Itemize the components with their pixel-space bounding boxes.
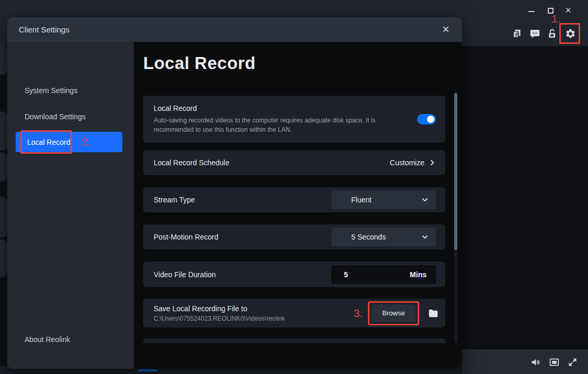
- unlock-icon: [547, 28, 558, 39]
- dropdown-value: Fluent: [351, 196, 421, 204]
- stream-type-dropdown[interactable]: Fluent: [331, 190, 436, 209]
- save-path-value: C:\Users\075524023.REOLINK0\Videos\reoli…: [154, 315, 353, 322]
- setting-row-post-motion: Post-Motion Record 5 Seconds: [143, 224, 445, 250]
- setting-row-schedule[interactable]: Local Record Schedule Customize: [143, 150, 445, 175]
- dialog-title: Client Settings: [19, 25, 70, 34]
- folder-icon: [428, 308, 439, 319]
- fullscreen-icon: [567, 357, 578, 368]
- setting-description: Auto-saving recorded videos to the compu…: [154, 116, 411, 134]
- background-panel: [0, 197, 7, 237]
- minimize-button[interactable]: [525, 3, 538, 16]
- sidebar-item-local-record[interactable]: Local Record 2.: [16, 132, 122, 152]
- fullscreen-button[interactable]: [566, 356, 579, 368]
- page-title: Local Record: [143, 53, 256, 73]
- content-scrollbar[interactable]: [454, 92, 457, 343]
- chevron-right-icon: [429, 159, 436, 166]
- display-button[interactable]: [548, 356, 560, 368]
- toggle-knob: [427, 116, 434, 123]
- annotation-step3: 3.: [353, 307, 363, 320]
- duration-unit: Mins: [410, 270, 426, 279]
- setting-row-save-path: Save Local Recording File to C:\Users\07…: [143, 299, 445, 327]
- annotation-step2: 2.: [82, 135, 91, 148]
- annotation-box-step3: Browse: [368, 301, 419, 325]
- settings-button[interactable]: [564, 27, 577, 40]
- sidebar-item-system-settings[interactable]: System Settings: [25, 86, 77, 95]
- chat-button[interactable]: [528, 27, 541, 40]
- schedule-value[interactable]: Customize: [390, 158, 424, 167]
- close-window-button[interactable]: ×: [561, 4, 575, 16]
- background-panel: [0, 111, 7, 151]
- background-panel: [0, 153, 7, 182]
- dropdown-value: 5 Seconds: [351, 233, 421, 241]
- client-settings-dialog: Client Settings × System Settings Downlo…: [7, 17, 462, 369]
- annotation-step1: 1.: [551, 13, 561, 25]
- setting-row-partial: [143, 338, 445, 343]
- background-panel: [0, 44, 7, 75]
- settings-sidebar: System Settings Download Settings Local …: [7, 42, 134, 369]
- minimize-icon: [528, 11, 535, 12]
- setting-row-local-record: Local Record Auto-saving recorded videos…: [143, 96, 445, 143]
- scrollbar-thumb[interactable]: [454, 93, 457, 250]
- setting-row-file-duration: Video File Duration 5 Mins: [143, 262, 445, 287]
- sidebar-item-download-settings[interactable]: Download Settings: [25, 112, 86, 121]
- setting-row-stream-type: Stream Type Fluent: [143, 187, 445, 212]
- duration-value: 5: [344, 270, 410, 279]
- unlock-button[interactable]: [546, 27, 558, 40]
- setting-label: Post-Motion Record: [154, 233, 331, 241]
- dialog-close-button[interactable]: ×: [438, 22, 454, 38]
- setting-label: Local Record Schedule: [154, 158, 390, 167]
- chat-icon: [529, 28, 540, 39]
- volume-icon: [530, 357, 541, 368]
- display-icon: [549, 357, 560, 368]
- bottom-scroll-indicator[interactable]: [138, 369, 157, 371]
- local-record-toggle[interactable]: [417, 114, 436, 124]
- open-folder-button[interactable]: [428, 308, 439, 319]
- copy-lock-button[interactable]: [511, 27, 523, 40]
- volume-button[interactable]: [529, 356, 541, 368]
- annotation-box-step2: Local Record: [20, 130, 72, 154]
- background-panel: [0, 240, 7, 277]
- post-motion-dropdown[interactable]: 5 Seconds: [331, 228, 436, 246]
- sidebar-item-label: Local Record: [27, 138, 71, 146]
- setting-label: Save Local Recording File to: [154, 304, 353, 313]
- setting-label: Video File Duration: [154, 270, 331, 279]
- close-icon: ×: [565, 5, 571, 15]
- browse-button[interactable]: Browse: [372, 304, 416, 322]
- duration-input[interactable]: 5 Mins: [331, 265, 436, 284]
- app-window: × 1.: [0, 0, 588, 374]
- settings-content: Local Record Local Record Auto-saving re…: [134, 42, 462, 369]
- gear-icon: [565, 28, 576, 39]
- chevron-down-icon: [421, 233, 429, 241]
- chevron-down-icon: [421, 196, 429, 203]
- copy-lock-icon: [512, 28, 523, 39]
- sidebar-item-about-reolink[interactable]: About Reolink: [25, 335, 70, 344]
- dialog-header: Client Settings ×: [7, 17, 462, 42]
- setting-label: Local Record: [154, 104, 411, 112]
- setting-label: Stream Type: [154, 196, 331, 204]
